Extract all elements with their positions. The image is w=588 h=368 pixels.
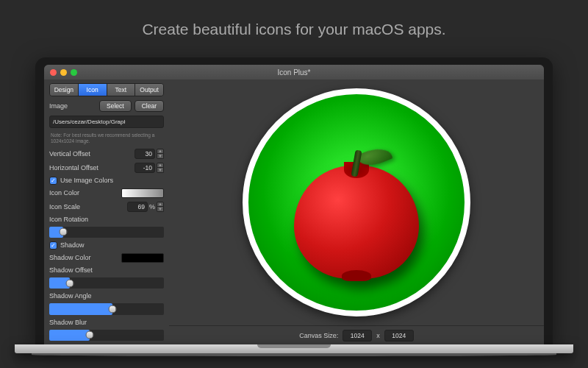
canvas-width-input[interactable] xyxy=(343,330,372,342)
icon-preview xyxy=(243,88,470,316)
canvas-panel: Canvas Size: x xyxy=(169,79,544,344)
stepper-down-icon[interactable]: ▼ xyxy=(157,154,164,159)
vertical-offset-input[interactable] xyxy=(135,149,155,159)
tab-text[interactable]: Text xyxy=(107,84,136,96)
maximize-icon[interactable] xyxy=(71,69,77,76)
stepper-down-icon[interactable]: ▼ xyxy=(157,168,164,173)
canvas-area[interactable] xyxy=(169,79,544,325)
icon-rotation-slider[interactable] xyxy=(49,227,164,238)
shadow-label: Shadow xyxy=(60,241,85,249)
laptop-frame: Icon Plus* Design Icon Text Output Image… xyxy=(35,57,553,353)
tab-output[interactable]: Output xyxy=(135,84,163,96)
titlebar: Icon Plus* xyxy=(44,65,544,79)
window-title: Icon Plus* xyxy=(277,68,310,77)
use-image-colors-label: Use Image Colors xyxy=(60,177,113,184)
canvas-footer: Canvas Size: x xyxy=(169,325,544,344)
apple-body-icon xyxy=(294,166,419,279)
shadow-angle-label: Shadow Angle xyxy=(49,292,164,300)
use-image-colors-checkbox[interactable]: ✓ xyxy=(49,177,57,185)
horizontal-offset-input[interactable] xyxy=(135,163,155,173)
tab-design[interactable]: Design xyxy=(50,84,79,96)
shadow-checkbox[interactable]: ✓ xyxy=(49,241,57,250)
icon-scale-stepper[interactable]: % ▲▼ xyxy=(127,202,164,212)
shadow-blur-slider[interactable] xyxy=(49,330,164,341)
tab-icon[interactable]: Icon xyxy=(79,84,107,96)
screen-bezel: Icon Plus* Design Icon Text Output Image… xyxy=(35,57,553,344)
app-body: Design Icon Text Output Image Select Cle… xyxy=(44,79,544,344)
stepper-down-icon[interactable]: ▼ xyxy=(157,207,164,212)
app-window: Icon Plus* Design Icon Text Output Image… xyxy=(44,65,544,344)
select-image-button[interactable]: Select xyxy=(99,100,132,112)
image-note: Note: For best results we recommend sele… xyxy=(49,132,164,145)
stepper-up-icon[interactable]: ▲ xyxy=(157,149,164,154)
vertical-offset-stepper[interactable]: ▲▼ xyxy=(135,149,164,159)
laptop-base xyxy=(15,344,573,353)
x-label: x xyxy=(376,332,380,339)
icon-scale-label: Icon Scale xyxy=(49,203,80,210)
traffic-lights xyxy=(50,69,77,76)
horizontal-offset-stepper[interactable]: ▲▼ xyxy=(135,163,164,173)
horizontal-offset-label: Horizontal Offset xyxy=(49,164,98,171)
icon-color-well[interactable] xyxy=(121,188,164,198)
tagline: Create beautiful icons for your macOS ap… xyxy=(0,0,588,52)
image-label: Image xyxy=(49,102,68,110)
minimize-icon[interactable] xyxy=(60,69,67,76)
inspector-sidebar: Design Icon Text Output Image Select Cle… xyxy=(44,79,169,344)
shadow-color-well[interactable] xyxy=(121,253,164,263)
apple-icon xyxy=(294,147,419,280)
percent-label: % xyxy=(149,203,155,210)
shadow-offset-slider[interactable] xyxy=(49,277,164,289)
vertical-offset-label: Vertical Offset xyxy=(49,150,90,158)
close-icon[interactable] xyxy=(50,69,57,76)
image-path-field[interactable]: /Users/cezar/Desktop/Grapł xyxy=(49,116,164,128)
tab-segmented-control: Design Icon Text Output xyxy=(49,83,164,96)
stepper-up-icon[interactable]: ▲ xyxy=(157,202,164,207)
shadow-offset-label: Shadow Offset xyxy=(49,266,164,274)
clear-image-button[interactable]: Clear xyxy=(135,100,164,112)
icon-scale-input[interactable] xyxy=(127,202,148,212)
shadow-blur-label: Shadow Blur xyxy=(49,319,164,326)
icon-rotation-label: Icon Rotation xyxy=(49,216,164,223)
shadow-color-label: Shadow Color xyxy=(49,254,91,261)
icon-color-label: Icon Color xyxy=(49,189,79,197)
stepper-up-icon[interactable]: ▲ xyxy=(157,163,164,168)
canvas-size-label: Canvas Size: xyxy=(299,332,338,339)
shadow-angle-slider[interactable] xyxy=(49,303,164,314)
canvas-height-input[interactable] xyxy=(384,330,414,342)
